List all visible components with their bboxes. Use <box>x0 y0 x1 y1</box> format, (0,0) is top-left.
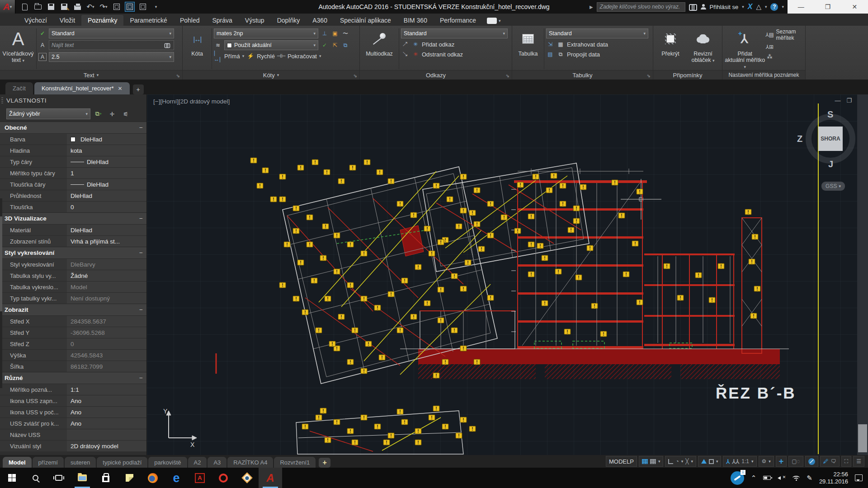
customization-button[interactable]: ☰ <box>853 456 864 467</box>
warning-marker[interactable]: ! <box>397 409 403 414</box>
ribbon-tab-poznámky[interactable]: Poznámky <box>81 15 123 26</box>
ribbon-tab-správa[interactable]: Správa <box>206 15 238 26</box>
pen-icon[interactable]: ✎ <box>807 474 812 482</box>
dim-style-combo[interactable]: mates 2np▾ <box>214 28 318 38</box>
layout-tab-parkoviště[interactable]: parkoviště <box>148 457 187 468</box>
warning-marker[interactable]: ! <box>401 278 408 283</box>
grid-display-icon[interactable] <box>642 459 648 464</box>
dim-update-icon[interactable]: ✓ <box>321 41 329 49</box>
acrobat-button[interactable]: A <box>188 468 212 488</box>
warning-marker[interactable]: ! <box>347 428 354 434</box>
warning-marker[interactable]: ! <box>600 331 607 337</box>
warning-marker[interactable]: ! <box>397 201 403 206</box>
viewcube-north[interactable]: S <box>827 109 833 120</box>
ribbon-state-icon[interactable] <box>487 18 497 24</box>
warning-marker[interactable]: ! <box>302 310 308 315</box>
warning-marker[interactable]: ! <box>542 255 548 261</box>
warning-marker[interactable]: ! <box>361 296 367 301</box>
warning-marker[interactable]: ! <box>438 287 444 292</box>
warning-marker[interactable]: ! <box>695 272 702 278</box>
property-value[interactable]: Model <box>67 282 146 292</box>
add-leader-button[interactable]: Přidat odkaz <box>422 41 454 48</box>
quick-dim-button[interactable]: Rychlé <box>257 53 275 60</box>
properties-section-header[interactable]: 3D Vizualizace− <box>0 212 146 224</box>
warning-marker[interactable]: ! <box>338 314 344 319</box>
warning-marker[interactable]: ! <box>279 174 286 179</box>
save-as-button[interactable] <box>59 2 69 12</box>
selection-combo[interactable]: Žádný výběr▾ <box>6 108 90 119</box>
qat-customize-button[interactable]: ▾ <box>151 2 161 12</box>
warning-marker[interactable]: ! <box>325 437 331 443</box>
warning-marker[interactable]: ! <box>623 272 629 277</box>
table-button[interactable]: Tabulka <box>514 28 542 70</box>
link-data-button[interactable]: Propojit data <box>567 51 600 58</box>
panel-launcher-icon[interactable]: ⇘ <box>647 73 651 78</box>
warning-marker[interactable]: ! <box>284 242 290 247</box>
layout-tab-suteren[interactable]: suteren <box>65 457 96 468</box>
warning-marker[interactable]: ! <box>487 201 494 206</box>
viewport-controls-label[interactable]: [−][Horní][2D drátový model] <box>153 98 230 105</box>
sync-scale-positions-icon[interactable]: ⅄⊞ <box>765 43 774 51</box>
minimize-button[interactable]: — <box>788 0 814 14</box>
collapse-icon[interactable]: − <box>139 375 143 381</box>
warning-marker[interactable]: ! <box>576 275 582 280</box>
linear-dim-button[interactable]: Přímá <box>224 53 240 60</box>
warning-marker[interactable]: ! <box>573 206 580 211</box>
ribbon-tab-výstup[interactable]: Výstup <box>239 15 271 26</box>
warning-marker[interactable]: ! <box>528 242 534 247</box>
warning-marker[interactable]: ! <box>347 359 354 365</box>
palette-grip[interactable] <box>1 97 3 103</box>
warning-marker[interactable]: ! <box>349 165 356 170</box>
properties-section-header[interactable]: Různé− <box>0 372 146 384</box>
warning-marker[interactable]: ! <box>528 214 534 219</box>
warning-marker[interactable]: ! <box>568 227 574 233</box>
layout-viewport-button[interactable] <box>112 2 122 12</box>
warning-marker[interactable]: ! <box>415 440 421 445</box>
warning-marker[interactable]: ! <box>456 433 462 438</box>
property-value[interactable]: Ano <box>67 395 146 406</box>
warning-marker[interactable]: ! <box>460 174 467 179</box>
property-value[interactable]: DleHlad <box>67 190 146 201</box>
table-panel-footer[interactable]: Tabulky ⇘ <box>512 70 653 80</box>
wipeout-button[interactable]: Překrýt <box>656 28 684 70</box>
warning-marker[interactable]: ! <box>433 373 439 378</box>
warning-marker[interactable]: ! <box>364 160 370 165</box>
warning-marker[interactable]: ! <box>424 300 430 306</box>
warning-marker[interactable]: ! <box>293 296 299 301</box>
property-value[interactable] <box>67 429 146 440</box>
warning-marker[interactable]: ! <box>361 368 367 374</box>
graphics-performance-button[interactable]: 🖉 🗨 <box>820 456 840 467</box>
warning-marker[interactable]: ! <box>433 406 439 411</box>
updater-tray-icon[interactable] <box>731 471 744 485</box>
layout-tab-razítko-a4[interactable]: RAZÍTKO A4 <box>227 457 273 468</box>
warning-marker[interactable]: ! <box>415 264 421 270</box>
multileader-button[interactable]: Multiodkaz <box>362 28 397 70</box>
clean-screen-button[interactable] <box>805 456 818 467</box>
warning-marker[interactable]: ! <box>677 295 684 300</box>
new-file-button[interactable] <box>20 2 30 12</box>
ucs-selector-button[interactable]: GSS▾ <box>821 182 845 191</box>
ribbon-tab-bim-360[interactable]: BIM 360 <box>397 15 434 26</box>
property-value[interactable]: DleBarvy <box>67 259 146 270</box>
viewcube[interactable]: SHORA S Z V J <box>803 114 858 174</box>
polar-tracking-icon[interactable]: ◔ <box>675 458 679 465</box>
warning-marker[interactable]: ! <box>745 209 751 215</box>
a360-connect-icon[interactable]: △ <box>756 3 761 11</box>
autoscale-icon[interactable]: ⅄⅄ <box>732 458 739 465</box>
warning-marker[interactable]: ! <box>487 295 494 300</box>
remove-leader-button[interactable]: Odstranit odkaz <box>422 51 463 58</box>
layout-tab-rozvržení1[interactable]: Rozvržení1 <box>274 457 316 468</box>
property-value[interactable]: 86182.7099 <box>67 361 146 372</box>
taskbar-clock[interactable]: 22:56 29.11.2016 <box>819 471 848 485</box>
warning-marker[interactable]: ! <box>750 313 757 319</box>
warning-marker[interactable]: ! <box>302 424 308 429</box>
warning-marker[interactable]: ! <box>352 328 358 333</box>
property-value[interactable]: Ano <box>67 418 146 429</box>
revision-cloud-button[interactable]: Revizní obláček ▾ <box>687 28 719 70</box>
firefox-button[interactable] <box>141 468 165 488</box>
property-value[interactable]: 2D drátový model <box>67 441 146 451</box>
warning-marker[interactable]: ! <box>612 180 618 185</box>
continue-dim-button[interactable]: Pokračovat <box>288 53 317 60</box>
warning-marker[interactable]: ! <box>415 428 421 434</box>
annotation-monitor-button[interactable]: + <box>776 456 787 467</box>
